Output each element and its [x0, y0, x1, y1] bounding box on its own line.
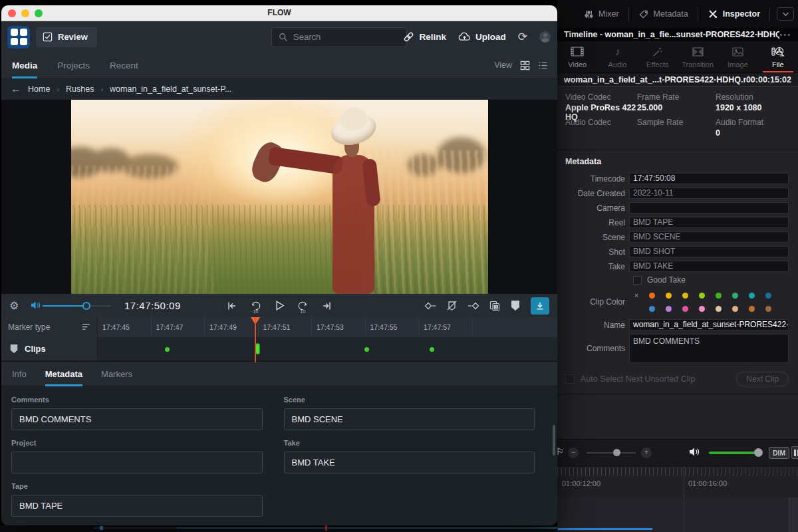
zoom-in-button[interactable]: +: [641, 448, 652, 458]
tab-metadata[interactable]: Metadata: [45, 362, 82, 386]
panel-collapse-button[interactable]: [777, 7, 794, 21]
timecode-field[interactable]: 17:47:50:08: [629, 173, 789, 184]
time-ruler[interactable]: 17:47:45 17:47:47 17:47:49 17:47:51 17:4…: [98, 317, 557, 336]
dim-button[interactable]: DIM: [769, 447, 789, 459]
upload-button[interactable]: Upload: [458, 32, 506, 42]
clip-color-teal[interactable]: [749, 293, 755, 299]
marker-dot[interactable]: [430, 347, 434, 352]
metadata-button[interactable]: Metadata: [629, 0, 698, 28]
resolve-timeline-ruler[interactable]: 01:00:12:00 01:00:16:00: [557, 466, 798, 497]
comments-field[interactable]: BMD COMMENTS: [629, 334, 789, 363]
breadcrumb-home[interactable]: Home: [28, 84, 50, 94]
marker-type-cell[interactable]: Marker type: [1, 317, 98, 336]
options-menu-button[interactable]: •••: [779, 31, 791, 39]
tab-projects[interactable]: Projects: [57, 52, 90, 78]
clip-color-pink[interactable]: [682, 306, 688, 312]
back-button[interactable]: ←: [11, 83, 21, 95]
blackmagic-cloud-logo[interactable]: [7, 26, 30, 49]
tab-transition[interactable]: Transition: [678, 41, 718, 72]
clip-color-teal-green[interactable]: [732, 293, 738, 299]
shot-field[interactable]: BMD SHOT: [629, 246, 789, 257]
selected-marker[interactable]: [255, 343, 260, 354]
account-avatar[interactable]: [539, 31, 551, 43]
inspector-button[interactable]: Inspector: [698, 0, 769, 28]
marker-dot[interactable]: [364, 347, 369, 352]
clip-color-cream[interactable]: [716, 306, 722, 312]
next-clip-button[interactable]: Next Clip: [736, 372, 789, 386]
tab-info[interactable]: Info: [12, 362, 27, 386]
next-marker-icon[interactable]: [467, 301, 479, 311]
marker-shield-icon[interactable]: [510, 300, 521, 311]
breadcrumb-rushes[interactable]: Rushes: [66, 84, 94, 94]
clip-color-green[interactable]: [716, 293, 722, 299]
clip-color-yellow[interactable]: [682, 293, 688, 299]
zoom-slider-track[interactable]: [587, 452, 636, 454]
volume-slider-track[interactable]: [709, 452, 759, 454]
clip-color-purple[interactable]: [666, 306, 672, 312]
gear-icon[interactable]: ⚙: [9, 299, 19, 312]
zoom-out-button[interactable]: −: [568, 448, 579, 458]
clip-color-navy[interactable]: [765, 293, 771, 299]
close-window-button[interactable]: [8, 9, 16, 17]
window-titlebar[interactable]: FLOW: [1, 5, 557, 21]
date-created-field[interactable]: 2022-10-11: [629, 188, 789, 199]
download-button[interactable]: [531, 297, 549, 315]
tab-media[interactable]: Media: [12, 52, 37, 78]
tab-video[interactable]: Video: [557, 41, 597, 72]
scene-field[interactable]: BMD SCENE: [629, 231, 789, 243]
clip-color-lime[interactable]: [699, 293, 705, 299]
rewind-10-button[interactable]: 10: [250, 301, 262, 311]
auto-select-checkbox[interactable]: [565, 374, 575, 384]
video-frame[interactable]: [71, 100, 488, 294]
mixer-button[interactable]: Mixer: [575, 0, 628, 28]
camera-field[interactable]: [629, 202, 789, 213]
search-box[interactable]: [271, 27, 407, 47]
zoom-window-button[interactable]: [35, 9, 43, 17]
clip-color-brown[interactable]: [749, 306, 755, 312]
tab-recent[interactable]: Recent: [110, 52, 138, 78]
clip-color-apricot[interactable]: [666, 293, 672, 299]
marker-track-area[interactable]: [98, 337, 557, 360]
grid-view-icon[interactable]: [520, 61, 530, 70]
forward-10-button[interactable]: 10: [297, 301, 309, 311]
name-field[interactable]: woman_in_a_field_at_sunset-PRORES422-HDH…: [629, 319, 789, 331]
tab-markers[interactable]: Markers: [101, 362, 132, 386]
tape-input[interactable]: [11, 495, 263, 517]
review-button[interactable]: Review: [36, 27, 97, 47]
resolve-timeline-tracks[interactable]: [557, 497, 798, 532]
copy-delete-icon[interactable]: [489, 301, 500, 311]
clipped-meter-button[interactable]: [791, 446, 798, 459]
tab-image[interactable]: Image: [718, 41, 757, 72]
comments-input[interactable]: [11, 408, 263, 430]
take-input[interactable]: [284, 452, 535, 473]
relink-button[interactable]: Relink: [403, 31, 446, 43]
volume-slider[interactable]: [43, 305, 111, 307]
list-view-icon[interactable]: [538, 61, 548, 70]
tab-effects[interactable]: Effects: [638, 41, 678, 72]
clip-color-orange[interactable]: [649, 293, 655, 299]
timeline-scrollbar[interactable]: [558, 528, 652, 530]
tab-file[interactable]: File: [758, 41, 798, 72]
marker-dot[interactable]: [165, 347, 170, 352]
zoom-slider-knob[interactable]: [613, 449, 620, 456]
form-scrollbar[interactable]: [553, 425, 555, 456]
previous-marker-icon[interactable]: [424, 301, 436, 311]
search-input[interactable]: [293, 32, 386, 42]
clips-track-header[interactable]: Clips: [1, 337, 98, 360]
clip-color-chocolate[interactable]: [765, 306, 771, 312]
scene-input[interactable]: [284, 408, 535, 430]
skip-to-start-button[interactable]: [225, 300, 239, 312]
play-button[interactable]: [273, 299, 286, 312]
good-take-checkbox[interactable]: [633, 276, 642, 285]
reel-field[interactable]: BMD TAPE: [629, 217, 789, 228]
project-input[interactable]: [11, 452, 263, 473]
clip-color-rose[interactable]: [699, 306, 705, 312]
clip-color-tan[interactable]: [732, 306, 738, 312]
minimize-window-button[interactable]: [21, 9, 29, 17]
skip-to-end-button[interactable]: [321, 300, 334, 312]
volume-speaker-icon[interactable]: [31, 301, 41, 310]
take-field[interactable]: BMD TAKE: [629, 261, 789, 272]
clip-color-clear-button[interactable]: ×: [629, 291, 644, 299]
refresh-icon[interactable]: ⟳: [518, 31, 527, 43]
clip-color-blue[interactable]: [649, 306, 655, 312]
